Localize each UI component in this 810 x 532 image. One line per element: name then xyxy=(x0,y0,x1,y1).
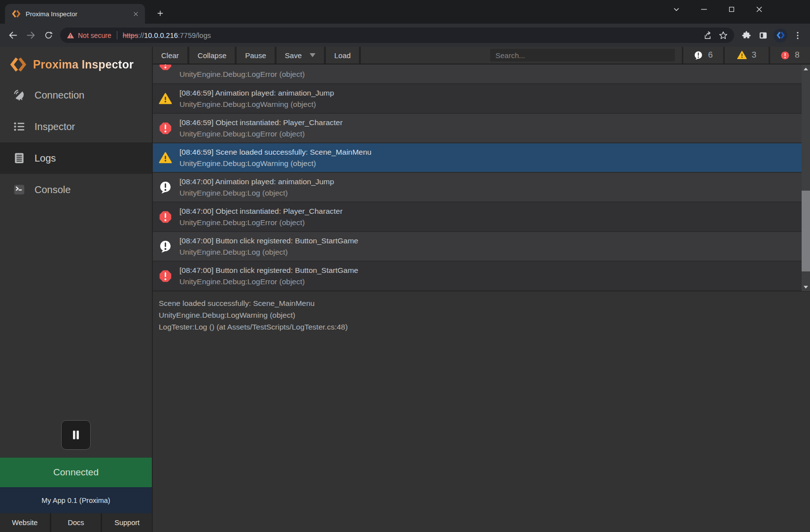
extensions-puzzle-icon[interactable] xyxy=(738,27,755,44)
log-row[interactable]: [08:46:59] Animation played: animation_J… xyxy=(153,84,802,114)
log-message: [08:47:00] Button click registered: Butt… xyxy=(179,265,358,276)
window-maximize-button[interactable] xyxy=(726,3,738,15)
tab-title: Proxima Inspector xyxy=(26,10,130,18)
url-text[interactable]: https://10.0.0.216:7759/logs xyxy=(123,32,211,39)
window-close-button[interactable] xyxy=(753,3,765,15)
log-source: UnityEngine.Debug:LogError (object) xyxy=(179,68,305,80)
app-logo-text: Proxima Inspector xyxy=(33,58,134,71)
sidebar-item-label: Inspector xyxy=(35,121,75,133)
footer-link-support[interactable]: Support xyxy=(102,513,152,532)
sidebar-item-label: Console xyxy=(35,184,70,196)
detail-source: UnityEngine.Debug:LogWarning (object) xyxy=(159,309,804,321)
error-icon xyxy=(159,65,172,71)
detail-stacktrace: LogTester:Log () (at Assets/TestScripts/… xyxy=(159,321,804,333)
back-button[interactable] xyxy=(4,27,22,44)
warning-count-filter[interactable]: 3 xyxy=(723,47,769,64)
tab-close-icon[interactable] xyxy=(130,8,141,19)
error-count: 8 xyxy=(795,50,799,60)
log-source: UnityEngine.Debug:Log (object) xyxy=(179,246,358,258)
not-secure-warning-icon[interactable] xyxy=(67,32,74,39)
search-input[interactable] xyxy=(490,49,675,62)
proxima-favicon-icon xyxy=(12,9,21,18)
error-icon xyxy=(159,269,172,283)
error-circle-icon xyxy=(780,51,790,60)
sidebar-item-connection[interactable]: Connection xyxy=(0,79,152,111)
forward-button[interactable] xyxy=(22,27,39,44)
info-icon xyxy=(159,240,172,253)
sidebar: Proxima Inspector Connection Inspector L… xyxy=(0,47,153,532)
error-icon xyxy=(159,122,172,135)
share-icon[interactable] xyxy=(700,28,715,43)
side-panel-icon[interactable] xyxy=(755,27,772,44)
info-count-filter[interactable]: 6 xyxy=(682,47,723,64)
window-minimize-button[interactable] xyxy=(698,3,710,15)
load-button[interactable]: Load xyxy=(326,47,361,64)
warning-triangle-icon xyxy=(737,50,747,60)
log-message: [08:46:59] Object instantiated: Player_C… xyxy=(179,117,343,128)
log-source: UnityEngine.Debug:Log (object) xyxy=(179,187,334,199)
info-count: 6 xyxy=(708,50,712,60)
log-row[interactable]: [08:47:00] Object instantiated: Player_C… xyxy=(153,202,802,232)
pause-button[interactable]: Pause xyxy=(237,47,277,64)
clear-button[interactable]: Clear xyxy=(153,47,189,64)
url-separator: :// xyxy=(138,32,144,39)
sidebar-item-logs[interactable]: Logs xyxy=(0,142,152,174)
log-message: [08:46:59] Scene loaded successfully: Sc… xyxy=(179,146,371,158)
scroll-up-arrow-icon[interactable] xyxy=(802,65,810,73)
browser-menu-dots-icon[interactable] xyxy=(789,27,806,44)
log-detail-panel: Scene loaded successfully: Scene_MainMen… xyxy=(153,291,810,340)
log-row[interactable]: [08:47:00] Animation played: animation_J… xyxy=(153,173,802,202)
address-bar[interactable]: Not secure https://10.0.0.216:7759/logs xyxy=(60,28,734,43)
sidebar-item-inspector[interactable]: Inspector xyxy=(0,111,152,142)
log-source: UnityEngine.Debug:LogError (object) xyxy=(179,217,343,228)
tab-search-chevron-icon[interactable] xyxy=(670,3,682,15)
profile-avatar[interactable] xyxy=(774,29,787,42)
app-logo: Proxima Inspector xyxy=(0,53,152,76)
warning-icon xyxy=(159,92,172,105)
pause-stream-button[interactable] xyxy=(61,420,91,450)
log-row[interactable]: [08:47:00] Button click registered: Butt… xyxy=(153,262,802,291)
log-source: UnityEngine.Debug:LogWarning (object) xyxy=(179,99,334,110)
error-count-filter[interactable]: 8 xyxy=(769,47,810,64)
log-row[interactable]: UnityEngine.Debug:LogError (object) xyxy=(153,65,802,84)
log-source: UnityEngine.Debug:LogWarning (object) xyxy=(179,158,371,169)
sidebar-nav: Connection Inspector Logs Console xyxy=(0,79,152,205)
log-toolbar: Clear Collapse Pause Save Load 6 3 8 xyxy=(153,47,810,65)
url-path: :7759/logs xyxy=(178,32,211,39)
log-message: [08:47:00] Object instantiated: Player_C… xyxy=(179,205,343,217)
log-row[interactable]: [08:46:59] Object instantiated: Player_C… xyxy=(153,114,802,143)
proxima-logo-icon xyxy=(10,56,27,73)
scrollbar-thumb[interactable] xyxy=(802,191,810,271)
log-message: [08:46:59] Animation played: animation_J… xyxy=(179,87,334,99)
document-icon xyxy=(13,152,26,165)
sidebar-item-label: Connection xyxy=(35,90,84,101)
log-row-selected[interactable]: [08:46:59] Scene loaded successfully: Sc… xyxy=(153,143,802,173)
save-button[interactable]: Save xyxy=(277,47,326,64)
save-label: Save xyxy=(285,51,302,60)
browser-title-bar: Proxima Inspector xyxy=(0,0,810,24)
new-tab-button[interactable] xyxy=(153,6,168,21)
warning-icon xyxy=(159,151,172,165)
log-source: UnityEngine.Debug:LogError (object) xyxy=(179,128,343,139)
app-info: My App 0.1 (Proxima) xyxy=(0,487,152,513)
log-source: UnityEngine.Debug:LogError (object) xyxy=(179,276,358,287)
reload-button[interactable] xyxy=(39,27,57,44)
log-row[interactable]: [08:47:00] Button click registered: Butt… xyxy=(153,232,802,262)
sidebar-footer: Website Docs Support xyxy=(0,513,152,532)
footer-link-docs[interactable]: Docs xyxy=(51,513,101,532)
sidebar-item-console[interactable]: Console xyxy=(0,174,152,205)
scroll-down-arrow-icon[interactable] xyxy=(802,283,810,291)
collapse-button[interactable]: Collapse xyxy=(189,47,237,64)
log-scrollbar[interactable] xyxy=(802,65,810,291)
security-label[interactable]: Not secure xyxy=(78,32,111,39)
list-icon xyxy=(13,120,26,133)
log-list: UnityEngine.Debug:LogError (object) [08:… xyxy=(153,65,810,291)
bookmark-star-icon[interactable] xyxy=(715,28,731,43)
save-dropdown-caret-icon[interactable] xyxy=(310,53,316,57)
info-bubble-icon xyxy=(694,51,703,60)
browser-tab[interactable]: Proxima Inspector xyxy=(5,4,145,24)
error-icon xyxy=(159,210,172,224)
footer-link-website[interactable]: Website xyxy=(0,513,50,532)
url-scheme: https xyxy=(123,32,138,39)
terminal-icon xyxy=(13,183,26,196)
